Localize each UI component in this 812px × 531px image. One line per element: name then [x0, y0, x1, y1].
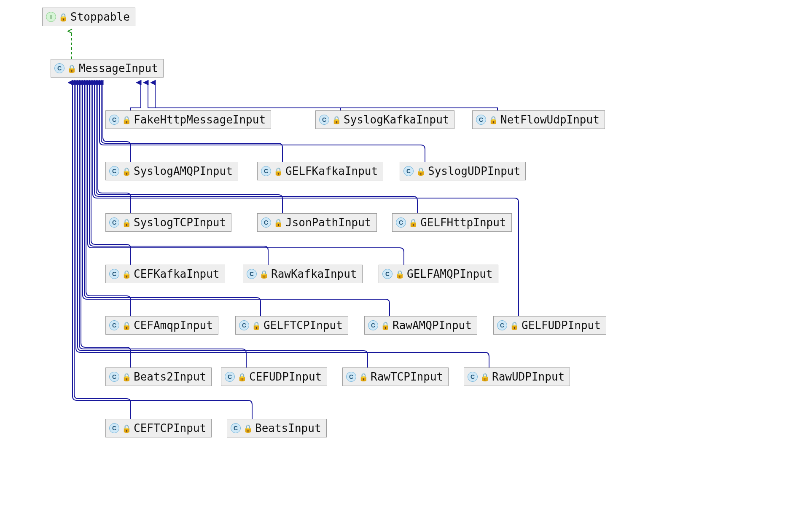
node-rawtcp[interactable]: C🔒RawTCPInput: [342, 367, 449, 386]
node-label: RawKafkaInput: [271, 268, 357, 280]
lock-icon: 🔒: [122, 321, 131, 330]
class-badge-icon: C: [476, 115, 486, 125]
class-badge-icon: C: [468, 372, 478, 382]
node-jsonpath[interactable]: C🔒JsonPathInput: [257, 213, 377, 232]
class-badge-icon: C: [396, 217, 406, 228]
node-label: GELFTCPInput: [263, 319, 343, 332]
lock-icon: 🔒: [67, 64, 76, 73]
node-label: GELFKafkaInput: [285, 165, 378, 177]
node-rawkafka[interactable]: C🔒RawKafkaInput: [243, 265, 363, 283]
edge: [148, 83, 341, 110]
lock-icon: 🔒: [59, 13, 68, 21]
class-badge-icon: C: [109, 269, 119, 279]
node-stoppable[interactable]: I🔒Stoppable: [42, 8, 135, 26]
node-messageinput[interactable]: C🔒MessageInput: [51, 59, 164, 78]
node-cefamqp[interactable]: C🔒CEFAmqpInput: [105, 316, 218, 335]
edge: [131, 83, 141, 110]
lock-icon: 🔒: [259, 270, 269, 279]
lock-icon: 🔒: [489, 115, 498, 124]
lock-icon: 🔒: [122, 270, 131, 279]
lock-icon: 🔒: [395, 270, 404, 279]
lock-icon: 🔒: [381, 321, 390, 330]
lock-icon: 🔒: [252, 321, 261, 330]
node-cefudp[interactable]: C🔒CEFUDPInput: [221, 367, 327, 386]
node-label: BeatsInput: [255, 422, 321, 434]
node-label: SyslogUDPInput: [428, 165, 520, 177]
node-label: CEFTCPInput: [134, 422, 206, 434]
class-badge-icon: C: [54, 63, 65, 73]
edge: [96, 83, 282, 213]
node-label: RawAMQPInput: [393, 319, 472, 332]
class-badge-icon: C: [403, 166, 414, 176]
class-badge-icon: C: [382, 269, 393, 279]
node-label: CEFUDPInput: [249, 370, 322, 383]
node-label: RawUDPInput: [492, 370, 565, 383]
node-label: SyslogKafkaInput: [344, 113, 449, 126]
node-label: CEFAmqpInput: [134, 319, 213, 332]
edge: [94, 83, 417, 213]
class-badge-icon: C: [368, 320, 378, 330]
node-label: CEFKafkaInput: [134, 268, 220, 280]
node-label: GELFAMQPInput: [407, 268, 493, 280]
node-cefkafka[interactable]: C🔒CEFKafkaInput: [105, 265, 225, 283]
lock-icon: 🔒: [122, 167, 131, 176]
node-beats2[interactable]: C🔒Beats2Input: [105, 367, 212, 386]
class-badge-icon: C: [109, 217, 119, 228]
class-badge-icon: C: [497, 320, 507, 330]
lock-icon: 🔒: [359, 373, 368, 381]
lock-icon: 🔒: [274, 167, 283, 176]
lock-icon: 🔒: [480, 373, 489, 381]
lock-icon: 🔒: [243, 424, 253, 433]
node-fakehttp[interactable]: C🔒FakeHttpMessageInput: [105, 110, 271, 129]
lock-icon: 🔒: [122, 373, 131, 381]
node-rawamqp[interactable]: C🔒RawAMQPInput: [364, 316, 477, 335]
class-badge-icon: C: [346, 372, 356, 382]
node-beats[interactable]: C🔒BeatsInput: [227, 419, 327, 437]
node-label: MessageInput: [79, 62, 158, 75]
lock-icon: 🔒: [122, 424, 131, 433]
node-gelfudp[interactable]: C🔒GELFUDPInput: [493, 316, 606, 335]
class-badge-icon: C: [225, 372, 235, 382]
class-badge-icon: C: [109, 372, 119, 382]
class-badge-icon: C: [261, 217, 271, 228]
lock-icon: 🔒: [237, 373, 247, 381]
node-gelfamqp[interactable]: C🔒GELFAMQPInput: [379, 265, 498, 283]
lock-icon: 🔒: [409, 218, 418, 227]
lock-icon: 🔒: [332, 115, 341, 124]
node-gelftcp[interactable]: C🔒GELFTCPInput: [235, 316, 348, 335]
class-badge-icon: C: [319, 115, 329, 125]
class-badge-icon: C: [109, 423, 119, 433]
class-badge-icon: C: [239, 320, 249, 330]
edge: [155, 83, 497, 110]
node-syslogamqp[interactable]: C🔒SyslogAMQPInput: [105, 162, 238, 180]
node-label: GELFHttpInput: [420, 216, 506, 229]
class-badge-icon: C: [109, 320, 119, 330]
node-label: Stoppable: [70, 11, 130, 23]
node-gelfkafka[interactable]: C🔒GELFKafkaInput: [257, 162, 383, 180]
node-syslogtcp[interactable]: C🔒SyslogTCPInput: [105, 213, 231, 232]
node-syslogkafka[interactable]: C🔒SyslogKafkaInput: [315, 110, 454, 129]
class-badge-icon: C: [109, 115, 119, 125]
lock-icon: 🔒: [122, 115, 131, 124]
lock-icon: 🔒: [416, 167, 425, 176]
interface-badge-icon: I: [46, 12, 56, 22]
edge: [98, 83, 131, 213]
node-rawudp[interactable]: C🔒RawUDPInput: [464, 367, 570, 386]
node-ceftcp[interactable]: C🔒CEFTCPInput: [105, 419, 212, 437]
node-label: GELFUDPInput: [522, 319, 601, 332]
lock-icon: 🔒: [274, 218, 283, 227]
class-badge-icon: C: [261, 166, 271, 176]
node-label: SyslogTCPInput: [134, 216, 226, 229]
lock-icon: 🔒: [510, 321, 519, 330]
node-gelfhttp[interactable]: C🔒GELFHttpInput: [392, 213, 512, 232]
class-badge-icon: C: [109, 166, 119, 176]
node-label: Beats2Input: [134, 370, 206, 383]
lock-icon: 🔒: [122, 218, 131, 227]
node-syslogudp[interactable]: C🔒SyslogUDPInput: [400, 162, 526, 180]
node-netflowudp[interactable]: C🔒NetFlowUdpInput: [472, 110, 605, 129]
class-badge-icon: C: [231, 423, 241, 433]
node-label: SyslogAMQPInput: [134, 165, 233, 177]
node-label: FakeHttpMessageInput: [134, 113, 266, 126]
node-label: RawTCPInput: [371, 370, 443, 383]
hierarchy-diagram: I🔒StoppableC🔒MessageInputC🔒FakeHttpMessa…: [0, 0, 812, 531]
